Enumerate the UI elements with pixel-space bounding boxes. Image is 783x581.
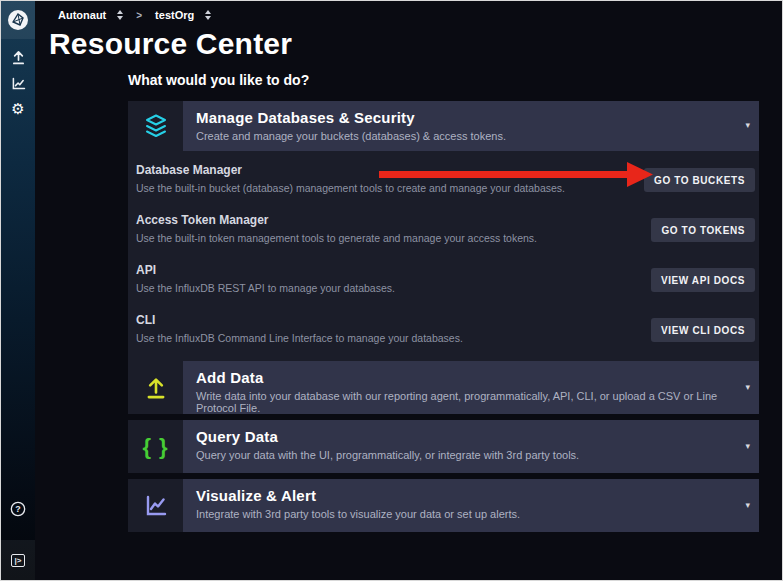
panel-add-data-icon-cell	[128, 361, 183, 414]
row-api: API Use the InfluxDB REST API to manage …	[128, 255, 759, 305]
sidebar-nav: ⚙	[1, 47, 35, 119]
buckets-layers-icon	[142, 113, 170, 139]
project-switcher-caret-icon[interactable]	[205, 10, 211, 20]
sidebar-item-help[interactable]: ?	[1, 497, 35, 521]
line-chart-icon	[142, 492, 169, 519]
row-database-manager: Database Manager Use the built-in bucket…	[128, 155, 759, 205]
panel-query-data-header-text: Query Data Query your data with the UI, …	[183, 420, 759, 473]
page-title: Resource Center	[49, 27, 292, 61]
panel-visualize-alert-description: Integrate with 3rd party tools to visual…	[196, 508, 759, 520]
graph-icon	[10, 75, 27, 92]
resource-center-screen: ⚙ ? |> Autonaut > testOrg Resource Cente…	[0, 0, 783, 581]
panel-add-data-title: Add Data	[196, 369, 759, 386]
panel-query-data-title: Query Data	[196, 428, 759, 445]
panel-query-data-header[interactable]: { } Query Data Query your data with the …	[128, 420, 759, 473]
upload-icon	[10, 49, 27, 66]
braces-icon: { }	[142, 436, 168, 458]
row-description: Use the built-in token management tools …	[136, 232, 566, 244]
panel-manage-description: Create and manage your buckets (database…	[196, 130, 759, 142]
panel-manage-databases: Manage Databases & Security Create and m…	[128, 101, 759, 361]
breadcrumb-separator: >	[132, 10, 146, 21]
panel-manage-body: Database Manager Use the built-in bucket…	[128, 151, 759, 361]
feedback-icon: |>	[11, 554, 25, 567]
sidebar-item-data-explorer[interactable]	[5, 73, 31, 93]
org-switcher[interactable]: Autonaut	[58, 9, 106, 21]
breadcrumb: Autonaut > testOrg	[58, 9, 211, 21]
org-switcher-caret-icon[interactable]	[117, 10, 123, 20]
org-name: Autonaut	[58, 9, 106, 21]
influxdb-logo-icon	[7, 9, 29, 31]
panel-manage-title: Manage Databases & Security	[196, 109, 759, 126]
svg-text:?: ?	[15, 504, 20, 514]
panel-visualize-alert-header-text: Visualize & Alert Integrate with 3rd par…	[183, 479, 759, 532]
row-cli: CLI Use the InfluxDB Command Line Interf…	[128, 305, 759, 355]
panel-add-data-description: Write data into your database with our r…	[196, 390, 759, 414]
panel-visualize-alert-title: Visualize & Alert	[196, 487, 759, 504]
sidebar-item-feedback[interactable]: |>	[1, 540, 35, 580]
view-cli-docs-button[interactable]: VIEW CLI DOCS	[651, 318, 755, 342]
row-description: Use the InfluxDB Command Line Interface …	[136, 332, 566, 344]
panel-query-data-icon-cell: { }	[128, 420, 183, 473]
panel-manage-header-text: Manage Databases & Security Create and m…	[183, 101, 759, 151]
panel-visualize-alert-header[interactable]: Visualize & Alert Integrate with 3rd par…	[128, 479, 759, 532]
sidebar-item-settings[interactable]: ⚙	[5, 99, 31, 119]
panel-visualize-alert: Visualize & Alert Integrate with 3rd par…	[128, 479, 759, 532]
go-to-buckets-button[interactable]: GO TO BUCKETS	[644, 168, 755, 192]
panel-add-data: Add Data Write data into your database w…	[128, 361, 759, 414]
row-description: Use the InfluxDB REST API to manage your…	[136, 282, 566, 294]
sidebar-item-load-data[interactable]	[5, 47, 31, 67]
project-switcher[interactable]: testOrg	[155, 9, 194, 21]
page-subtitle: What would you like to do?	[128, 72, 309, 88]
panel-manage-header[interactable]: Manage Databases & Security Create and m…	[128, 101, 759, 151]
panel-query-data: { } Query Data Query your data with the …	[128, 420, 759, 473]
gear-icon: ⚙	[11, 102, 24, 117]
panel-query-data-description: Query your data with the UI, programmati…	[196, 449, 759, 461]
help-icon: ?	[10, 501, 26, 517]
influxdb-logo-button[interactable]	[1, 1, 35, 39]
project-name: testOrg	[155, 9, 194, 21]
chevron-down-icon[interactable]: ▾	[745, 441, 750, 451]
chevron-down-icon[interactable]: ▾	[745, 382, 750, 392]
view-api-docs-button[interactable]: VIEW API DOCS	[651, 268, 755, 292]
panel-visualize-alert-icon-cell	[128, 479, 183, 532]
panel-manage-icon-cell	[128, 101, 183, 151]
go-to-tokens-button[interactable]: GO TO TOKENS	[651, 218, 755, 242]
panel-add-data-header-text: Add Data Write data into your database w…	[183, 361, 759, 414]
row-access-token-manager: Access Token Manager Use the built-in to…	[128, 205, 759, 255]
chevron-down-icon[interactable]: ▾	[745, 500, 750, 510]
row-description: Use the built-in bucket (database) manag…	[136, 182, 566, 194]
chevron-down-icon[interactable]: ▾	[745, 120, 750, 130]
sidebar: ⚙ ? |>	[1, 1, 35, 580]
upload-icon	[143, 375, 169, 401]
panel-add-data-header[interactable]: Add Data Write data into your database w…	[128, 361, 759, 414]
